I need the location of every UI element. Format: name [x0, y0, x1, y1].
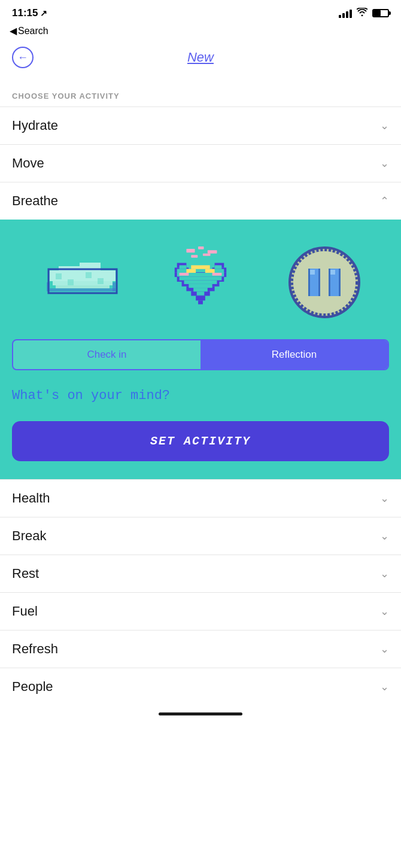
section-label: CHOOSE YOUR ACTIVITY — [0, 77, 401, 106]
activity-row-fuel[interactable]: Fuel ⌄ — [0, 592, 401, 630]
activity-label-refresh: Refresh — [12, 641, 58, 657]
checkin-toggle[interactable]: Check in — [13, 340, 200, 369]
svg-rect-50 — [318, 269, 320, 296]
activity-label-hydrate: Hydrate — [12, 118, 58, 133]
chevron-down-icon: ⌄ — [380, 157, 389, 170]
back-button[interactable]: ← — [12, 47, 34, 68]
cloud-icon — [44, 255, 116, 303]
svg-rect-36 — [189, 284, 212, 288]
chevron-down-icon: ⌄ — [380, 642, 389, 656]
mind-question: What's on your mind? — [0, 382, 401, 421]
svg-rect-38 — [197, 291, 205, 295]
activity-row-break[interactable]: Break ⌄ — [0, 517, 401, 555]
svg-rect-49 — [308, 269, 310, 296]
svg-rect-41 — [205, 269, 215, 273]
bottom-activities-list: Health ⌄ Break ⌄ Rest ⌄ Fuel ⌄ Refresh ⌄… — [0, 479, 401, 705]
header: ← New — [0, 42, 401, 77]
svg-rect-7 — [113, 282, 116, 291]
svg-rect-17 — [203, 254, 211, 256]
status-bar: 11:15 ↗ — [0, 0, 401, 23]
svg-rect-35 — [184, 281, 217, 284]
breathe-panel: Check in Reflection What's on your mind?… — [0, 220, 401, 479]
activity-row-move[interactable]: Move ⌄ — [0, 144, 401, 182]
wifi-icon — [357, 8, 367, 19]
svg-rect-9 — [68, 279, 74, 285]
home-indicator — [0, 705, 401, 720]
svg-rect-34 — [180, 276, 222, 280]
status-icons — [339, 8, 389, 19]
activity-row-hydrate[interactable]: Hydrate ⌄ — [0, 106, 401, 144]
mode-toggle[interactable]: Check in Reflection — [12, 339, 389, 370]
status-time: 11:15 ↗ — [12, 7, 47, 19]
activity-label-health: Health — [12, 491, 50, 506]
reflection-label: Reflection — [272, 349, 317, 360]
home-bar — [159, 712, 242, 715]
chevron-down-icon: ⌄ — [380, 492, 389, 505]
svg-rect-15 — [208, 250, 217, 254]
svg-rect-51 — [329, 269, 330, 296]
svg-rect-14 — [198, 246, 203, 249]
svg-rect-28 — [198, 300, 203, 304]
svg-rect-40 — [186, 269, 196, 273]
activity-row-breathe[interactable]: Breathe ⌃ — [0, 182, 401, 220]
back-nav-label: Search — [18, 26, 48, 36]
back-nav[interactable]: ◀ Search — [0, 23, 401, 42]
chevron-down-icon: ⌄ — [380, 680, 389, 693]
svg-rect-30 — [215, 265, 222, 269]
svg-rect-10 — [86, 272, 92, 278]
chevron-up-icon: ⌃ — [380, 194, 389, 208]
chevron-down-icon: ⌄ — [380, 119, 389, 132]
chevron-down-icon: ⌄ — [380, 605, 389, 618]
svg-rect-42 — [180, 273, 189, 276]
svg-rect-39 — [191, 265, 209, 269]
activity-label-fuel: Fuel — [12, 604, 38, 619]
pixel-art-area — [0, 220, 401, 333]
battery-icon — [372, 9, 389, 17]
activity-label-move: Move — [12, 156, 44, 171]
activity-row-rest[interactable]: Rest ⌄ — [0, 555, 401, 592]
activity-label-rest: Rest — [12, 566, 39, 581]
time-display: 11:15 — [12, 7, 38, 19]
activity-row-health[interactable]: Health ⌄ — [0, 479, 401, 517]
activity-label-break: Break — [12, 528, 46, 544]
chevron-down-icon: ⌄ — [380, 529, 389, 543]
back-chevron-icon: ◀ — [10, 25, 17, 36]
pause-icon — [285, 243, 357, 315]
svg-rect-11 — [98, 278, 104, 284]
signal-icon — [339, 8, 352, 18]
heart-icon — [168, 246, 233, 312]
svg-rect-53 — [310, 270, 315, 275]
svg-rect-13 — [186, 249, 195, 252]
activity-label-people: People — [12, 679, 53, 695]
svg-rect-52 — [339, 269, 341, 296]
svg-rect-37 — [193, 288, 208, 291]
page-title: New — [187, 50, 214, 65]
activity-row-refresh[interactable]: Refresh ⌄ — [0, 630, 401, 668]
svg-rect-8 — [56, 273, 62, 279]
set-activity-button[interactable]: SET ACTIVITY — [12, 421, 389, 461]
activity-row-people[interactable]: People ⌄ — [0, 668, 401, 705]
chevron-down-icon: ⌄ — [380, 567, 389, 580]
svg-rect-5 — [50, 288, 116, 291]
svg-rect-27 — [196, 296, 205, 301]
back-arrow-icon: ← — [17, 52, 28, 63]
activity-label-breathe: Breathe — [12, 193, 58, 209]
reflection-toggle[interactable]: Reflection — [200, 340, 388, 369]
svg-point-46 — [293, 251, 356, 313]
location-icon: ↗ — [40, 8, 47, 18]
svg-rect-16 — [191, 255, 198, 258]
svg-rect-54 — [330, 270, 335, 275]
svg-rect-43 — [212, 273, 222, 276]
svg-rect-29 — [180, 265, 187, 269]
checkin-label: Check in — [87, 349, 126, 360]
